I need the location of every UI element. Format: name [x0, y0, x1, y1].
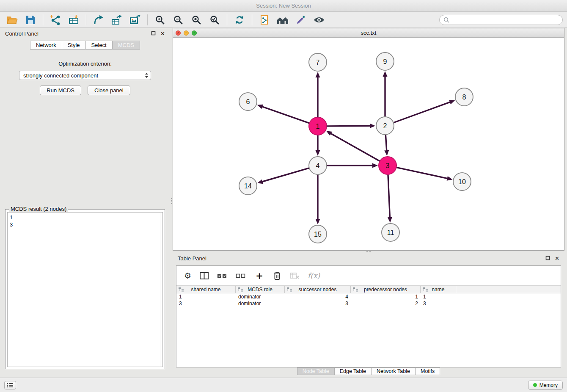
- result-scrollbar[interactable]: [160, 212, 163, 367]
- tab-node-table[interactable]: Node Table: [297, 367, 334, 375]
- graph-node-6[interactable]: 6: [239, 93, 257, 110]
- export-image-button[interactable]: [127, 13, 143, 27]
- window-title: Session: New Session: [256, 3, 311, 9]
- window-close-button[interactable]: ✕: [176, 30, 181, 36]
- network-graph[interactable]: 1234678910111415: [173, 38, 564, 250]
- graph-node-8[interactable]: 8: [455, 88, 473, 106]
- table-row[interactable]: 1dominator411: [176, 293, 561, 300]
- graph-node-11[interactable]: 11: [382, 224, 399, 241]
- network-window-titlebar[interactable]: scc.txt ✕ − +: [173, 28, 564, 38]
- delete-table-button[interactable]: [290, 272, 299, 279]
- tab-style[interactable]: Style: [62, 41, 85, 50]
- edge-3-11[interactable]: [388, 175, 390, 218]
- graph-node-9[interactable]: 9: [376, 52, 394, 70]
- criterion-dropdown[interactable]: strongly connected component: [19, 71, 151, 80]
- attribute-type-icon: [423, 287, 428, 292]
- tab-motifs[interactable]: Motifs: [415, 367, 440, 375]
- search-box[interactable]: [439, 15, 563, 25]
- graph-node-4[interactable]: 4: [309, 157, 327, 174]
- open-folder-icon: [7, 15, 18, 25]
- control-panel-tabs: NetworkStyleSelectMCDS: [0, 41, 170, 50]
- edge-2-3[interactable]: [385, 135, 386, 151]
- column-header-shared-name[interactable]: shared name: [176, 286, 236, 293]
- table-settings-button[interactable]: ⚙: [184, 272, 191, 280]
- search-input[interactable]: [451, 17, 559, 23]
- cell-successor-nodes[interactable]: 3: [285, 301, 351, 306]
- unchecked-boxes-icon: [236, 273, 246, 279]
- zoom-fit-button[interactable]: [188, 13, 204, 27]
- graph-node-1[interactable]: 1: [309, 117, 327, 135]
- column-header-filler: [456, 286, 561, 293]
- graph-node-15[interactable]: 15: [309, 225, 327, 243]
- edge-2-8[interactable]: [394, 102, 451, 123]
- edge-1-6[interactable]: [261, 106, 309, 123]
- edge-arrowhead-icon: [316, 72, 320, 77]
- cell-shared-name[interactable]: 3: [176, 301, 236, 306]
- cell-predecessor-nodes[interactable]: 2: [351, 301, 421, 306]
- graph-node-3[interactable]: 3: [379, 157, 396, 174]
- deselect-all-columns-button[interactable]: [236, 273, 246, 279]
- first-neighbors-button[interactable]: [275, 13, 291, 27]
- tab-network-table[interactable]: Network Table: [371, 367, 415, 375]
- task-history-button[interactable]: [4, 381, 16, 389]
- apply-layout-button[interactable]: [256, 13, 272, 27]
- create-column-button[interactable]: ＋: [254, 271, 264, 281]
- column-header-successor-nodes[interactable]: successor nodes: [285, 286, 351, 293]
- graph-node-14[interactable]: 14: [239, 177, 257, 195]
- memory-status-icon: [533, 383, 537, 387]
- show-columns-button[interactable]: [200, 272, 209, 279]
- zoom-selected-button[interactable]: [206, 13, 223, 27]
- cell-shared-name[interactable]: 1: [176, 294, 236, 300]
- select-all-columns-button[interactable]: [217, 273, 227, 279]
- cell-name[interactable]: 3: [421, 301, 456, 306]
- table-panel-title: Table Panel: [178, 255, 206, 262]
- open-session-button[interactable]: [4, 13, 20, 27]
- cell-mcds-role[interactable]: dominator: [236, 294, 285, 300]
- import-table-button[interactable]: [66, 13, 82, 27]
- window-minimize-button[interactable]: −: [184, 30, 189, 36]
- tab-mcds[interactable]: MCDS: [112, 41, 140, 50]
- import-network-button[interactable]: [47, 13, 63, 27]
- close-panel-button[interactable]: Close panel: [88, 86, 130, 95]
- table-toolbar: ⚙ ＋ f(x): [176, 266, 561, 285]
- close-panel-icon[interactable]: ✕: [555, 256, 559, 261]
- delete-column-button[interactable]: [273, 271, 281, 280]
- column-header-mcds-role[interactable]: MCDS role: [236, 286, 285, 293]
- function-builder-button[interactable]: f(x): [308, 271, 320, 280]
- network-canvas[interactable]: 1234678910111415: [173, 38, 564, 250]
- mcds-result-list[interactable]: 13: [7, 212, 163, 367]
- graph-node-2[interactable]: 2: [376, 117, 394, 135]
- save-session-button[interactable]: [22, 13, 39, 27]
- show-hide-graphics-button[interactable]: [311, 13, 327, 27]
- cell-predecessor-nodes[interactable]: 1: [351, 294, 421, 300]
- zoom-in-button[interactable]: [152, 13, 168, 27]
- save-floppy-icon: [26, 15, 35, 25]
- tab-select[interactable]: Select: [85, 41, 112, 50]
- edge-1-2[interactable]: [327, 126, 371, 126]
- close-panel-icon[interactable]: ✕: [160, 31, 165, 36]
- column-header-name[interactable]: name: [421, 286, 456, 293]
- tab-edge-table[interactable]: Edge Table: [334, 367, 371, 375]
- edge-3-10[interactable]: [397, 168, 448, 179]
- refresh-view-button[interactable]: [231, 13, 248, 27]
- zoom-out-button[interactable]: [170, 13, 186, 27]
- tab-network[interactable]: Network: [30, 41, 62, 50]
- graph-node-7[interactable]: 7: [309, 53, 327, 71]
- cell-successor-nodes[interactable]: 4: [285, 294, 351, 300]
- cell-mcds-role[interactable]: dominator: [236, 301, 285, 306]
- table-panel: Table Panel ✕ ⚙ ＋: [173, 253, 564, 375]
- float-panel-icon[interactable]: [151, 30, 156, 37]
- edge-3-1[interactable]: [330, 133, 380, 161]
- table-row[interactable]: 3dominator323: [176, 300, 561, 307]
- edge-4-14[interactable]: [262, 168, 309, 182]
- column-header-predecessor-nodes[interactable]: predecessor nodes: [351, 286, 421, 293]
- cell-name[interactable]: 1: [421, 294, 456, 300]
- export-network-button[interactable]: [91, 13, 107, 27]
- run-mcds-button[interactable]: Run MCDS: [40, 86, 81, 95]
- graph-node-10[interactable]: 10: [453, 173, 471, 190]
- float-panel-icon[interactable]: [545, 255, 550, 262]
- export-table-button[interactable]: [109, 13, 125, 27]
- window-zoom-button[interactable]: +: [192, 30, 197, 36]
- paint-style-button[interactable]: [293, 13, 309, 27]
- memory-button[interactable]: Memory: [528, 381, 563, 390]
